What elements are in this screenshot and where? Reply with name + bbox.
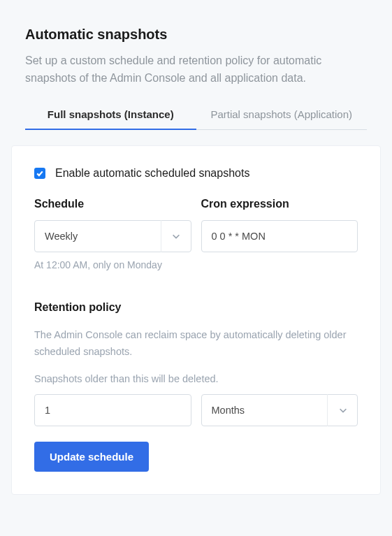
enable-checkbox[interactable] [34, 168, 45, 179]
retention-sub: Snapshots older than this will be delete… [34, 373, 358, 384]
retention-value-field [34, 394, 191, 426]
schedule-hint: At 12:00 AM, only on Monday [34, 259, 191, 270]
retention-description: The Admin Console can reclaim space by a… [34, 326, 358, 361]
schedule-form: Enable automatic scheduled snapshots Sch… [11, 145, 381, 495]
tab-full-snapshots[interactable]: Full snapshots (Instance) [25, 101, 196, 130]
retention-unit-select[interactable]: Months [201, 394, 358, 426]
schedule-field: Schedule Weekly At 12:00 AM, only on Mon… [34, 198, 191, 270]
enable-checkbox-row[interactable]: Enable automatic scheduled snapshots [34, 167, 358, 180]
schedule-label: Schedule [34, 198, 191, 210]
tab-partial-snapshots[interactable]: Partial snapshots (Application) [196, 101, 368, 130]
check-icon [36, 169, 44, 178]
cron-label: Cron expression [201, 198, 358, 210]
retention-unit-value: Months [212, 405, 245, 416]
tabs: Full snapshots (Instance) Partial snapsh… [25, 101, 367, 130]
schedule-select-value: Weekly [45, 231, 78, 242]
page-description: Set up a custom schedule and retention p… [25, 52, 367, 87]
enable-checkbox-label: Enable automatic scheduled snapshots [55, 167, 249, 180]
retention-value-input[interactable] [34, 394, 191, 426]
schedule-row: Schedule Weekly At 12:00 AM, only on Mon… [34, 198, 358, 270]
retention-row: Months [34, 394, 358, 426]
retention-unit-select-wrap: Months [201, 394, 358, 426]
retention-unit-field: Months [201, 394, 358, 426]
cron-field: Cron expression [201, 198, 358, 252]
page-title: Automatic snapshots [25, 27, 367, 43]
schedule-select-wrap: Weekly [34, 220, 191, 252]
retention-title: Retention policy [34, 301, 358, 314]
schedule-select[interactable]: Weekly [34, 220, 191, 252]
update-schedule-button[interactable]: Update schedule [34, 442, 149, 472]
cron-input[interactable] [201, 220, 358, 252]
header-card: Automatic snapshots Set up a custom sche… [11, 11, 381, 130]
